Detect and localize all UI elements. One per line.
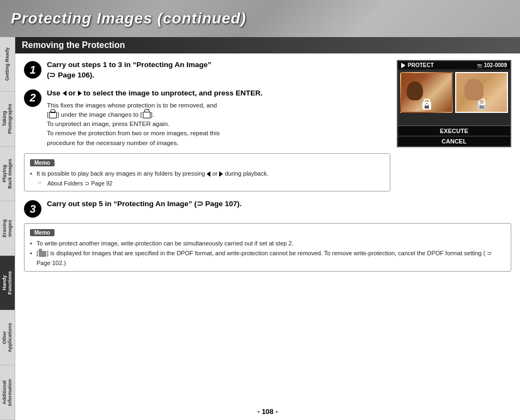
- content-body: 1 Carry out steps 1 to 3 in “Protecting …: [15, 53, 520, 403]
- memo-2-header: Memo: [30, 229, 55, 236]
- step-1-title: Carry out steps 1 to 3 in “Protecting An…: [47, 60, 390, 81]
- sidebar-item-getting-ready[interactable]: Getting Ready: [0, 37, 15, 92]
- lcd-play-icon: [401, 63, 406, 68]
- lcd-bottom-area: EXECUTE CANCEL: [398, 125, 510, 146]
- step-1-row: 1 Carry out steps 1 to 3 in “Protecting …: [24, 60, 390, 83]
- sidebar-item-other-applications[interactable]: OtherApplications: [0, 310, 15, 365]
- memo-box-2: Memo To write-protect another image, wri…: [24, 223, 511, 272]
- lcd-thumb-2: [455, 72, 508, 113]
- step-2-desc: This fixes the images whose protection i…: [47, 101, 390, 148]
- section-title: Removing the Protection: [22, 40, 125, 50]
- step-2-number: 2: [24, 89, 41, 107]
- step-3-row: 3 Carry out step 5 in “Protecting An Ima…: [24, 199, 511, 218]
- step-3-title: Carry out step 5 in “Protecting An Image…: [47, 199, 511, 209]
- sidebar-item-handy-functions[interactable]: HandyFunctions: [0, 256, 15, 310]
- lcd-protect-label: PROTECT: [408, 62, 434, 68]
- lcd-top-bar: PROTECT 📷 102-0009: [398, 61, 510, 69]
- page-number: - 108 -: [15, 403, 520, 420]
- memo-1-sub-1: About Folders ⊃ Page 92: [37, 179, 384, 188]
- sidebar: Getting Ready TakingPhotographs PlayingB…: [0, 37, 15, 420]
- memo-box-1: Memo It is possible to play back any ima…: [24, 153, 390, 191]
- camera-preview: PROTECT 📷 102-0009: [397, 60, 511, 195]
- lcd-lock-2: [477, 102, 486, 110]
- memo-2-bullet-1: To write-protect another image, write-pr…: [30, 239, 505, 249]
- lcd-cancel-button: CANCEL: [398, 136, 510, 146]
- step-3-content: Carry out step 5 in “Protecting An Image…: [47, 199, 511, 212]
- lcd-file-number: 📷 102-0009: [477, 62, 507, 68]
- step-1-number: 1: [24, 61, 41, 79]
- step-2-title: Use or to select the image to unprotect,…: [47, 88, 390, 99]
- arrow-left-icon: [63, 91, 66, 96]
- lcd-images-area: [400, 72, 508, 113]
- sidebar-item-additional-information[interactable]: AdditionalInformation: [0, 365, 15, 420]
- main-layout: Getting Ready TakingPhotographs PlayingB…: [0, 37, 520, 420]
- lcd-screen: PROTECT 📷 102-0009: [397, 60, 511, 147]
- lock-closed-icon: [49, 112, 57, 118]
- svg-rect-0: [425, 106, 429, 109]
- page-header: Protecting Images (continued): [0, 0, 520, 37]
- page-title: Protecting Images (continued): [0, 10, 246, 27]
- step-3-area: 3 Carry out step 5 in “Protecting An Ima…: [24, 199, 511, 272]
- content-area: Removing the Protection 1 Carry out step…: [15, 37, 520, 420]
- arrow-right-icon-2: [219, 171, 223, 177]
- step-3-number: 3: [24, 200, 41, 218]
- lcd-thumb-1: [400, 72, 453, 113]
- lock-open-icon: [143, 112, 150, 118]
- arrow-right-icon: [78, 91, 82, 96]
- lcd-execute-button: EXECUTE: [398, 125, 510, 136]
- lcd-lock-1: [422, 102, 431, 110]
- lcd-top-bar-left: PROTECT: [401, 62, 434, 68]
- sidebar-item-erasing-images[interactable]: ErasingImages: [0, 201, 15, 256]
- memo-1-content: It is possible to play back any images i…: [30, 169, 384, 188]
- steps-1-2-text: 1 Carry out steps 1 to 3 in “Protecting …: [24, 60, 390, 195]
- memo-1-bullet-1: It is possible to play back any images i…: [30, 169, 384, 188]
- section-header: Removing the Protection: [15, 37, 520, 53]
- or-text: or: [68, 89, 77, 97]
- step-1-content: Carry out steps 1 to 3 in “Protecting An…: [47, 60, 390, 83]
- sidebar-item-playing-back-images[interactable]: PlayingBack Images: [0, 147, 15, 201]
- steps-1-2-area: 1 Carry out steps 1 to 3 in “Protecting …: [24, 60, 511, 195]
- memo-1-header: Memo: [30, 159, 55, 166]
- memo-2-content: To write-protect another image, write-pr…: [30, 239, 505, 268]
- arrow-left-icon-2: [207, 171, 210, 177]
- folder-icon: [39, 251, 46, 257]
- sidebar-item-taking-photographs[interactable]: TakingPhotographs: [0, 92, 15, 146]
- step-2-content: Use or to select the image to unprotect,…: [47, 88, 390, 148]
- step-2-row: 2 Use or to select the image to unprotec…: [24, 88, 390, 148]
- memo-2-bullet-2: [] is displayed for images that are spec…: [30, 249, 505, 268]
- svg-rect-1: [480, 106, 484, 109]
